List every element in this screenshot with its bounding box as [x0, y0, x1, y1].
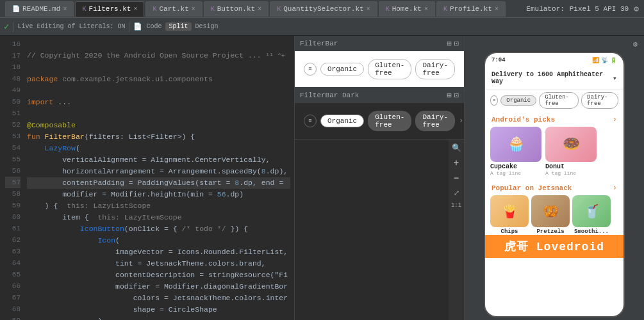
smoothie-name: Smoothi... [572, 228, 611, 235]
pretzels-image: 🥨 [531, 195, 570, 227]
chip-organic-dark[interactable]: Organic [320, 115, 364, 127]
tab-profile[interactable]: K Profile.kt × [436, 1, 506, 17]
close-icon[interactable]: × [424, 6, 428, 13]
tab-button[interactable]: K Button.kt × [204, 1, 268, 17]
readme-icon: 📄 [12, 5, 20, 13]
cupcake-tag: A tag line [490, 170, 541, 176]
filter-list-icon-dark: ≡ [308, 118, 311, 124]
filter-bar-dark-preview: ≡ Organic Gluten-free Dairy-free › [300, 108, 459, 134]
emulator-label: Emulator: [526, 5, 564, 13]
emulator-icons: ⚙ [633, 40, 638, 49]
watermark-text: 虎哥 Lovedroid [504, 239, 604, 254]
chip-gluten[interactable]: Gluten-free [368, 59, 411, 79]
emulator-top-label [471, 41, 475, 48]
minus-icon[interactable]: − [454, 173, 459, 184]
section-arrow[interactable]: › [613, 115, 617, 124]
phone-chip-dairy[interactable]: Dairy-free [581, 92, 618, 109]
close-icon[interactable]: × [495, 6, 499, 13]
status-icons: 📶 📡 🔋 [592, 57, 617, 64]
main-content: 16 17 18 48 49 50 51 52 53 54 55 56 57 5… [0, 36, 644, 320]
smoothie-item[interactable]: 🥤 Smoothi... [572, 195, 611, 235]
preview-panels: FilterBar ⊞ ⊡ ≡ Organic Gluten-free Dair… [295, 36, 465, 320]
zoom-icon[interactable]: 🔍 [452, 143, 461, 153]
code-icon: 📄 [133, 22, 142, 31]
chip-organic[interactable]: Organic [320, 63, 364, 76]
section-popular: Popular on Jetsnack › [485, 180, 623, 195]
close-icon[interactable]: × [367, 6, 370, 13]
chip-dairy[interactable]: Dairy-free [415, 59, 455, 79]
androids-picks-title: Android's picks [491, 116, 555, 124]
filter-bar-light-panel: FilterBar ⊞ ⊡ ≡ Organic Gluten-free Dair… [295, 36, 464, 88]
divider [129, 22, 129, 32]
expand-icon[interactable]: ⊞ [447, 39, 452, 49]
design-label[interactable]: Design [195, 23, 219, 30]
pretzels-item[interactable]: 🥨 Pretzels [531, 195, 570, 235]
tab-home[interactable]: K Home.kt × [379, 1, 435, 17]
code-label[interactable]: Code [146, 23, 161, 30]
code-content[interactable]: // Copyright 2020 the Android Open Sourc… [23, 36, 294, 320]
tab-readme-label: README.md [22, 5, 60, 13]
phone-chip-gluten[interactable]: Gluten-free [539, 92, 579, 109]
kt-icon: K [443, 6, 447, 13]
signal-icon: 📶 [592, 57, 599, 64]
popular-arrow[interactable]: › [613, 184, 617, 193]
tab-cart[interactable]: K Cart.kt × [145, 1, 202, 17]
donut-card[interactable]: 🍩 Donut A tag line [545, 127, 597, 176]
expand-icon[interactable]: ⊞ [447, 91, 452, 100]
donut-name: Donut [545, 163, 597, 170]
tab-cart-label: Cart.kt [160, 5, 189, 13]
cupcake-name: Cupcake [490, 163, 541, 170]
toolbar: ✓ Live Editing of Literals: ON 📄 Code Sp… [0, 18, 644, 36]
settings-icon[interactable]: ⚙ [633, 40, 638, 49]
close-icon[interactable]: × [192, 6, 195, 13]
donut-image: 🍩 [545, 127, 597, 162]
tab-quantity[interactable]: K QuantitySelector.kt × [270, 1, 377, 17]
phone-content: Delivery to 1600 Amphitheater Way ▾ ≡ Or… [485, 67, 623, 316]
dropdown-arrow[interactable]: ▾ [613, 74, 617, 83]
chips-item[interactable]: 🍟 Chips [490, 195, 529, 235]
close-icon[interactable]: × [133, 6, 137, 13]
pretzels-name: Pretzels [531, 228, 570, 235]
phone-status-bar: 7:04 📶 📡 🔋 [485, 53, 623, 67]
battery-icon: 🔋 [610, 57, 617, 64]
phone-filter-chips: ≡ Organic Gluten-free Dairy-free [485, 90, 623, 111]
device-name: Pixel 5 API 30 [570, 5, 629, 13]
kt-icon: K [211, 6, 215, 13]
panel-header-light: FilterBar ⊞ ⊡ [295, 36, 464, 51]
divider [13, 22, 13, 32]
filter-icon-dark[interactable]: ≡ [304, 115, 317, 127]
chips-image: 🍟 [490, 195, 529, 227]
section-androids-picks: Android's picks › [485, 111, 623, 127]
cupcake-card[interactable]: 🧁 Cupcake A tag line [490, 127, 541, 176]
tab-readme[interactable]: 📄 README.md × [5, 1, 74, 17]
refresh-icon[interactable]: ⊡ [454, 91, 459, 100]
delivery-bar[interactable]: Delivery to 1600 Amphitheater Way ▾ [485, 67, 623, 90]
phone-frame: 7:04 📶 📡 🔋 Delivery to 1600 Amphitheater… [484, 52, 625, 317]
live-editing-label[interactable]: Live Editing of Literals: ON [17, 23, 125, 30]
ratio-label: 1:1 [451, 202, 461, 209]
smoothie-image: 🥤 [572, 195, 611, 227]
close-icon[interactable]: × [258, 6, 261, 13]
chip-dairy-dark[interactable]: Dairy-free [415, 111, 455, 131]
side-controls: 🔍 + − ⤢ 1:1 [295, 140, 464, 320]
kt-icon: K [82, 6, 86, 13]
chip-gluten-dark[interactable]: Gluten-free [368, 111, 411, 131]
phone-chip-organic[interactable]: Organic [500, 95, 536, 106]
split-label[interactable]: Split [165, 22, 191, 31]
close-icon[interactable]: × [63, 6, 67, 13]
plus-icon[interactable]: + [454, 158, 459, 168]
tab-filters[interactable]: K Filters.kt × [75, 1, 144, 17]
panel-icons: ⊞ ⊡ [447, 91, 459, 100]
fit-icon[interactable]: ⤢ [454, 189, 459, 197]
refresh-icon[interactable]: ⊡ [454, 39, 459, 49]
donut-tag: A tag line [545, 170, 597, 176]
settings-icon[interactable]: ⚙ [634, 4, 639, 14]
line-numbers: 16 17 18 48 49 50 51 52 53 54 55 56 57 5… [0, 36, 23, 320]
filter-icon[interactable]: ≡ [304, 63, 317, 76]
tab-profile-label: Profile.kt [450, 5, 492, 13]
filter-lines-icon: ≡ [493, 98, 495, 103]
code-editor[interactable]: 16 17 18 48 49 50 51 52 53 54 55 56 57 5… [0, 36, 295, 320]
phone-filter-icon[interactable]: ≡ [490, 95, 498, 106]
emulator-panel: ⚙ 7:04 📶 📡 🔋 Delivery to 1600 Amphitheat… [465, 36, 644, 320]
tab-quantity-label: QuantitySelector.kt [283, 5, 363, 13]
